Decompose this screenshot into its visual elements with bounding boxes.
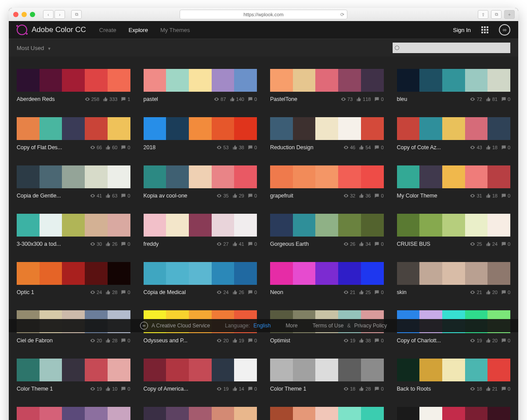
palette-card[interactable]: Krush 051350 [397, 407, 511, 420]
sort-label: Most Used [17, 45, 44, 51]
color-swatch [315, 262, 338, 285]
palette-title: Back to Roots [397, 386, 467, 392]
palette-card[interactable]: 3-300x300 a tod...30260 [17, 214, 130, 247]
color-swatch [270, 214, 293, 237]
palette-meta: bleu72810 [397, 96, 511, 102]
palette-card[interactable]: Back to Roots18210 [397, 359, 511, 392]
palette-card[interactable]: Aberdeen Reds2583331 [17, 69, 130, 102]
sign-in-link[interactable]: Sign In [453, 27, 471, 33]
views-stat: 26 [343, 241, 355, 247]
color-swatch [40, 359, 62, 381]
tabs-icon[interactable]: ⧉ [491, 10, 502, 19]
tab-create[interactable]: Create [99, 27, 116, 33]
palette-meta: Neon21250 [270, 289, 384, 295]
likes-stat: 54 [359, 145, 371, 150]
minimize-window-icon[interactable] [22, 12, 27, 17]
sort-dropdown[interactable]: Most Used ▼ [17, 45, 51, 51]
palette-card[interactable]: Color Theme 119100 [17, 359, 130, 392]
tab-my-themes[interactable]: My Themes [160, 27, 190, 33]
palette-title: bleu [397, 96, 467, 102]
palette-card[interactable]: Neon21250 [270, 262, 384, 295]
palette-card[interactable]: CRUISE BUS25240 [397, 214, 511, 247]
color-swatch [419, 165, 442, 188]
views-stat: 24 [217, 290, 228, 295]
views-stat: 87 [214, 97, 226, 102]
palette-card[interactable]: bleu72810 [397, 69, 511, 102]
palette-card[interactable]: Gorgeous Earth26340 [270, 214, 384, 247]
color-swatch [17, 407, 40, 420]
swatch-row [397, 117, 511, 140]
zoom-window-icon[interactable] [30, 12, 35, 17]
palette-title: Color Theme 1 [17, 386, 87, 392]
color-swatch [144, 214, 166, 237]
palette-card[interactable]: My Color Theme31180 [397, 165, 511, 199]
palette-card[interactable]: Copia de Gentle...41630 [17, 165, 130, 199]
comments-stat: 0 [248, 290, 257, 295]
color-swatch [315, 407, 338, 420]
swatch-row [17, 117, 130, 140]
swatch-row [17, 165, 130, 188]
color-swatch [442, 69, 465, 92]
palette-card[interactable]: Copy of America...19140 [144, 359, 257, 392]
likes-stat: 28 [359, 386, 371, 391]
comments-stat: 0 [374, 241, 383, 247]
footer-more-link[interactable]: More [285, 323, 297, 329]
swatch-row [17, 214, 130, 237]
back-button[interactable]: ‹ [43, 10, 54, 19]
likes-stat: 118 [356, 97, 371, 102]
palette-card[interactable]: pastel871400 [144, 69, 257, 102]
color-swatch [465, 165, 488, 188]
palette-card[interactable]: grapefruit32360 [270, 165, 384, 199]
likes-stat: 333 [103, 97, 117, 102]
terms-link[interactable]: Terms of Use [313, 323, 344, 329]
language-select[interactable]: English [253, 323, 271, 329]
tab-explore[interactable]: Explore [129, 27, 148, 33]
forward-button[interactable]: › [54, 10, 65, 19]
palette-card[interactable]: 201853380 [144, 117, 257, 151]
palette-card[interactable]: skin21200 [397, 262, 511, 295]
swatch-row [270, 69, 384, 92]
color-swatch [361, 165, 384, 188]
color-swatch [189, 214, 212, 237]
privacy-link[interactable]: Privacy Policy [354, 323, 387, 329]
swatch-row [270, 359, 384, 381]
palette-card[interactable]: freddy27410 [144, 214, 257, 247]
palette-card[interactable]: Mint and pink13140 [270, 407, 384, 420]
color-swatch [144, 165, 166, 188]
address-bar[interactable]: https://wplook.com ⟳ [180, 10, 347, 19]
color-swatch [338, 262, 361, 285]
color-swatch [40, 165, 62, 188]
palette-card[interactable]: Copy of Flat Des...66600 [17, 117, 130, 151]
palette-card[interactable]: My Color Theme17220 [17, 407, 130, 420]
color-swatch [270, 262, 293, 285]
palette-card[interactable]: mood16170 [144, 407, 257, 420]
color-swatch [315, 69, 338, 92]
palette-meta: Back to Roots18210 [397, 386, 511, 392]
palette-title: Optic 1 [17, 289, 87, 295]
views-stat: 24 [90, 290, 102, 295]
search-input[interactable] [393, 43, 510, 53]
palette-card[interactable]: Copy of Cote Az...43180 [397, 117, 511, 151]
palette-card[interactable]: PastelTone731180 [270, 69, 384, 102]
new-tab-button[interactable]: + [504, 10, 515, 19]
color-swatch [62, 117, 85, 140]
palette-meta: 201853380 [144, 144, 257, 151]
share-icon[interactable]: ⇪ [478, 10, 488, 19]
swatch-row [17, 69, 130, 92]
palette-card[interactable]: Cópia de Medical24260 [144, 262, 257, 295]
comments-stat: 0 [501, 193, 510, 198]
likes-stat: 81 [486, 97, 498, 102]
creative-cloud-icon[interactable]: ∞ [499, 24, 510, 36]
close-window-icon[interactable] [13, 12, 18, 17]
swatch-row [397, 69, 511, 92]
views-stat: 258 [85, 97, 99, 102]
palette-card[interactable]: Color Theme 118280 [270, 359, 384, 392]
sidebar-toggle-icon[interactable]: ⧉ [71, 10, 82, 19]
apps-grid-icon[interactable] [481, 26, 488, 33]
url-text: https://wplook.com [243, 12, 283, 17]
palette-card[interactable]: Reduction Design46540 [270, 117, 384, 151]
swatch-row [144, 407, 257, 420]
palette-card[interactable]: Kopia av cool-one35290 [144, 165, 257, 199]
likes-stat: 38 [232, 145, 244, 150]
palette-card[interactable]: Optic 124280 [17, 262, 130, 295]
